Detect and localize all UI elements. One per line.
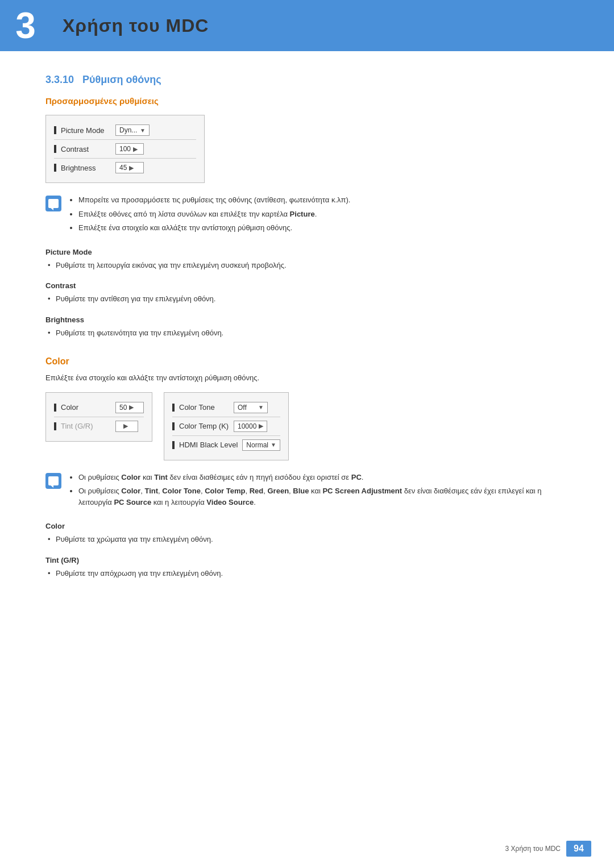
chapter-title: Χρήση του MDC bbox=[63, 15, 209, 36]
note-list-1: Μπορείτε να προσαρμόσετε τις ρυθμίσεις τ… bbox=[68, 194, 569, 234]
color-temp-stepper[interactable]: 10000 ▶ bbox=[234, 421, 267, 432]
note-box-1: Μπορείτε να προσαρμόσετε τις ρυθμίσεις τ… bbox=[45, 194, 569, 236]
color-stepper[interactable]: 50 ▶ bbox=[115, 402, 144, 413]
color-desc-heading: Color bbox=[45, 522, 569, 530]
main-content: 3.3.10 Ρύθμιση οθόνης Προσαρμοσμένες ρυθ… bbox=[0, 51, 614, 620]
note-item: Οι ρυθμίσεις Color και Tint δεν είναι δι… bbox=[78, 472, 569, 483]
contrast-value: 100 ▶ bbox=[115, 143, 144, 155]
label-bar-icon bbox=[54, 145, 56, 153]
picture-mode-section-heading: Picture Mode bbox=[45, 248, 569, 256]
tint-stepper-value bbox=[119, 422, 121, 430]
tint-label: Tint (G/R) bbox=[54, 422, 111, 430]
color-label: Color bbox=[54, 403, 111, 412]
note-item: Μπορείτε να προσαρμόσετε τις ρυθμίσεις τ… bbox=[78, 194, 569, 206]
tint-desc-heading: Tint (G/R) bbox=[45, 556, 569, 564]
brightness-stepper[interactable]: 45 ▶ bbox=[115, 162, 144, 173]
page-number-badge: 94 bbox=[566, 841, 591, 857]
subsection-heading: Προσαρμοσμένες ρυθμίσεις bbox=[45, 96, 569, 106]
brightness-stepper-value: 45 bbox=[119, 164, 127, 172]
label-bar-icon bbox=[172, 422, 175, 430]
bullet-item: Ρυθμίστε τα χρώματα για την επιλεγμένη ο… bbox=[45, 534, 569, 546]
picture-mode-bullets: Ρυθμίστε τη λειτουργία εικόνας για την ε… bbox=[45, 260, 569, 272]
customized-settings-panel: Picture Mode Dyn... ▼ Contrast 100 ▶ bbox=[45, 115, 205, 183]
brightness-section-heading: Brightness bbox=[45, 315, 569, 324]
color-value: 50 ▶ bbox=[115, 402, 144, 413]
tint-value: ▶ bbox=[115, 421, 138, 432]
picture-mode-dropdown-value: Dyn... bbox=[119, 126, 137, 134]
stepper-right-arrow-icon: ▶ bbox=[129, 164, 134, 172]
contrast-label: Contrast bbox=[54, 145, 111, 153]
dropdown-arrow-icon: ▼ bbox=[258, 404, 264, 410]
stepper-right-arrow-icon: ▶ bbox=[133, 146, 138, 153]
note-icon-2 bbox=[45, 473, 61, 489]
color-tone-row: Color Tone Off ▼ bbox=[172, 398, 280, 417]
tint-stepper[interactable]: ▶ bbox=[115, 421, 138, 432]
note-item: Επιλέξτε οθόνες από τη λίστα συνόλων και… bbox=[78, 209, 569, 220]
picture-mode-dropdown[interactable]: Dyn... ▼ bbox=[115, 124, 150, 136]
chapter-header: 3 Χρήση του MDC bbox=[0, 0, 614, 51]
color-temp-stepper-value: 10000 bbox=[238, 422, 256, 430]
color-tone-value: Off ▼ bbox=[234, 402, 268, 413]
picture-mode-row: Picture Mode Dyn... ▼ bbox=[54, 121, 196, 140]
brightness-label: Brightness bbox=[54, 164, 111, 172]
color-section-heading: Color bbox=[45, 356, 569, 367]
footer-text: 3 Χρήση του MDC bbox=[505, 845, 561, 853]
color-row: Color 50 ▶ bbox=[54, 398, 144, 417]
contrast-bullets: Ρυθμίστε την αντίθεση για την επιλεγμένη… bbox=[45, 293, 569, 305]
label-bar-icon bbox=[54, 126, 56, 134]
label-bar-icon bbox=[54, 164, 56, 172]
label-bar-icon bbox=[172, 404, 175, 412]
brightness-row: Brightness 45 ▶ bbox=[54, 159, 196, 177]
stepper-right-arrow-icon: ▶ bbox=[123, 422, 128, 430]
hdmi-black-level-row: HDMI Black Level Normal ▼ bbox=[172, 436, 280, 454]
note-box-2: Οι ρυθμίσεις Color και Tint δεν είναι δι… bbox=[45, 472, 569, 511]
note-item: Οι ρυθμίσεις Color, Tint, Color Tone, Co… bbox=[78, 485, 569, 508]
label-bar-icon bbox=[172, 441, 175, 449]
contrast-stepper[interactable]: 100 ▶ bbox=[115, 143, 144, 155]
picture-mode-value: Dyn... ▼ bbox=[115, 124, 150, 136]
bullet-item: Ρυθμίστε την αντίθεση για την επιλεγμένη… bbox=[45, 293, 569, 305]
picture-mode-label: Picture Mode bbox=[54, 126, 111, 135]
contrast-stepper-value: 100 bbox=[119, 145, 131, 153]
color-left-panel: Color 50 ▶ Tint (G/R) bbox=[45, 392, 152, 442]
chapter-number: 3 bbox=[15, 7, 36, 44]
color-tone-dropdown-value: Off bbox=[238, 404, 247, 412]
note-content-2: Οι ρυθμίσεις Color και Tint δεν είναι δι… bbox=[68, 472, 569, 511]
color-desc-bullets: Ρυθμίστε τα χρώματα για την επιλεγμένη ο… bbox=[45, 534, 569, 546]
note-icon-1 bbox=[45, 196, 61, 211]
color-right-panel: Color Tone Off ▼ Color Temp (K) 100 bbox=[164, 392, 289, 460]
tint-desc-bullets: Ρυθμίστε την απόχρωση για την επιλεγμένη… bbox=[45, 568, 569, 580]
color-stepper-value: 50 bbox=[119, 404, 127, 412]
dropdown-arrow-icon: ▼ bbox=[271, 442, 276, 448]
section-title: Ρύθμιση οθόνης bbox=[82, 74, 161, 85]
contrast-row: Contrast 100 ▶ bbox=[54, 140, 196, 159]
stepper-right-arrow-icon: ▶ bbox=[259, 422, 263, 430]
hdmi-black-level-dropdown[interactable]: Normal ▼ bbox=[242, 439, 280, 451]
hdmi-black-level-label: HDMI Black Level bbox=[172, 441, 238, 449]
note-content-1: Μπορείτε να προσαρμόσετε τις ρυθμίσεις τ… bbox=[68, 194, 569, 236]
color-temp-label: Color Temp (K) bbox=[172, 422, 229, 430]
section-heading: 3.3.10 Ρύθμιση οθόνης bbox=[45, 74, 569, 86]
chapter-number-box: 3 bbox=[0, 0, 51, 51]
brightness-bullets: Ρυθμίστε τη φωτεινότητα για την επιλεγμέ… bbox=[45, 327, 569, 339]
hdmi-black-level-value: Normal ▼ bbox=[242, 439, 280, 451]
note-list-2: Οι ρυθμίσεις Color και Tint δεν είναι δι… bbox=[68, 472, 569, 508]
bullet-item: Ρυθμίστε την απόχρωση για την επιλεγμένη… bbox=[45, 568, 569, 580]
note-item: Επιλέξτε ένα στοιχείο και αλλάξτε την αν… bbox=[78, 222, 569, 234]
color-temp-value: 10000 ▶ bbox=[234, 421, 267, 432]
color-panel-container: Color 50 ▶ Tint (G/R) bbox=[45, 392, 569, 460]
label-bar-icon bbox=[54, 422, 56, 430]
tint-row: Tint (G/R) ▶ bbox=[54, 417, 144, 435]
bullet-item: Ρυθμίστε τη φωτεινότητα για την επιλεγμέ… bbox=[45, 327, 569, 339]
note-icon-inner bbox=[48, 199, 59, 208]
brightness-value: 45 ▶ bbox=[115, 162, 144, 173]
note-icon-inner-2 bbox=[48, 476, 59, 485]
contrast-section-heading: Contrast bbox=[45, 281, 569, 290]
stepper-right-arrow-icon: ▶ bbox=[129, 404, 134, 411]
hdmi-black-level-dropdown-value: Normal bbox=[246, 441, 268, 449]
label-bar-icon bbox=[54, 404, 56, 412]
color-tone-dropdown[interactable]: Off ▼ bbox=[234, 402, 268, 413]
color-intro: Επιλέξτε ένα στοιχείο και αλλάξτε την αν… bbox=[45, 372, 569, 384]
bullet-item: Ρυθμίστε τη λειτουργία εικόνας για την ε… bbox=[45, 260, 569, 272]
color-temp-row: Color Temp (K) 10000 ▶ bbox=[172, 417, 280, 436]
